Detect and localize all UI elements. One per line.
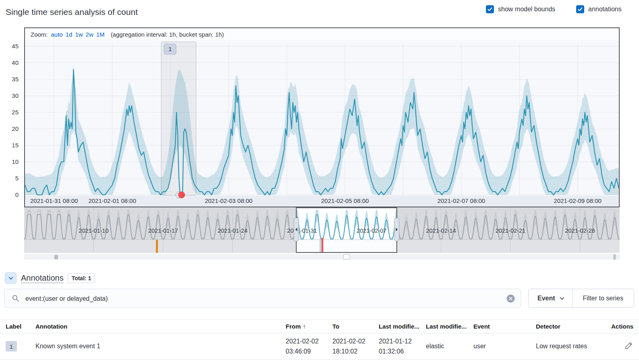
brush-handle-left[interactable] bbox=[294, 218, 299, 241]
aggregation-info: (aggregation interval: 1h, bucket span: … bbox=[111, 31, 224, 38]
clear-search-button[interactable] bbox=[506, 294, 515, 303]
y-axis-label: 5 bbox=[1, 174, 19, 182]
pencil-icon bbox=[625, 342, 633, 350]
filter-to-series-button[interactable]: Filter to series bbox=[572, 289, 634, 307]
last-modified-date: 2021-01-12 bbox=[379, 338, 412, 345]
y-axis-label: 0 bbox=[1, 191, 19, 199]
y-axis-label: 40 bbox=[1, 59, 19, 67]
context-date-label: 2021-02-28 bbox=[565, 228, 595, 234]
annotations-label: annotations bbox=[588, 6, 622, 13]
y-axis-label: 15 bbox=[1, 141, 19, 149]
table-header-row: Label Annotation From↑ To Last modifie..… bbox=[0, 319, 639, 333]
column-header-annotation[interactable]: Annotation bbox=[35, 323, 286, 330]
zoom-link-1w[interactable]: 1w bbox=[75, 31, 83, 38]
chevron-down-icon bbox=[559, 296, 565, 301]
context-chart[interactable]: 2021-01-102021-01-172021-01-242021-01-31… bbox=[24, 207, 620, 260]
sort-ascending-icon: ↑ bbox=[303, 323, 306, 330]
svg-text:1: 1 bbox=[168, 46, 172, 52]
y-axis-label: 45 bbox=[1, 42, 19, 50]
detector-cell: Low request rates bbox=[536, 343, 603, 350]
chevron-down-icon bbox=[8, 275, 14, 281]
column-header-to[interactable]: To bbox=[332, 323, 379, 330]
column-header-from[interactable]: From↑ bbox=[286, 323, 332, 330]
context-date-label: 2021-01-17 bbox=[148, 228, 178, 234]
x-axis-label: 2021-02-01 08:00 bbox=[88, 197, 136, 204]
from-date: 2021-02-02 bbox=[286, 338, 319, 345]
column-header-from-label: From bbox=[286, 323, 301, 330]
anomaly-marker[interactable] bbox=[178, 192, 185, 199]
context-date-label: 2021-02-14 bbox=[426, 228, 456, 234]
scrollbar-handle[interactable] bbox=[613, 254, 616, 260]
to-time: 18:10:02 bbox=[332, 348, 357, 355]
total-badge: Total: 1 bbox=[68, 273, 95, 283]
brush-handle-right[interactable] bbox=[394, 218, 399, 241]
annotations-header: Annotations Total: 1 bbox=[5, 272, 95, 284]
annotations-checkbox[interactable] bbox=[576, 5, 584, 13]
context-date-label: 2021-01-24 bbox=[218, 228, 247, 234]
edit-annotation-button[interactable] bbox=[624, 341, 633, 352]
annotations-heading: Annotations bbox=[21, 273, 64, 283]
from-cell: 2021-02-0203:46:09 bbox=[286, 336, 332, 356]
annotations-option: annotations bbox=[576, 5, 622, 13]
search-icon bbox=[12, 294, 20, 302]
y-axis-label: 35 bbox=[1, 75, 19, 83]
column-header-last-modified-date[interactable]: Last modifie... bbox=[379, 323, 426, 330]
scrollbar-handle[interactable] bbox=[54, 255, 58, 259]
brush-scroll-thumb[interactable] bbox=[343, 254, 350, 259]
close-icon bbox=[506, 294, 515, 303]
show-model-bounds-label: show model bounds bbox=[498, 6, 555, 13]
column-header-last-modified-by[interactable]: Last modifie... bbox=[426, 323, 473, 330]
page-title: Single time series analysis of count bbox=[6, 7, 138, 17]
table-row: 1 Known system event 1 2021-02-0203:46:0… bbox=[0, 333, 639, 360]
event-dropdown-label: Event bbox=[537, 295, 555, 302]
focus-chart[interactable]: 2021-01-31 08:002021-02-01 08:002021-02-… bbox=[25, 40, 619, 207]
zoom-link-2w[interactable]: 2w bbox=[86, 31, 93, 38]
x-axis-label: 2021-02-05 08:00 bbox=[321, 197, 369, 204]
zoom-link-1d[interactable]: 1d bbox=[66, 31, 73, 38]
last-modified-date-cell: 2021-01-1201:32:06 bbox=[379, 336, 426, 356]
to-date: 2021-02-02 bbox=[332, 338, 365, 345]
column-header-actions: Actions bbox=[603, 323, 633, 330]
x-axis-label: 2021-02-09 08:00 bbox=[554, 197, 601, 204]
context-date-label: 2021-02-07 bbox=[357, 228, 386, 234]
event-cell: user bbox=[473, 343, 536, 350]
y-axis-label: 30 bbox=[1, 92, 19, 100]
zoom-link-auto[interactable]: auto bbox=[51, 31, 63, 38]
context-annotation-marker-blue[interactable] bbox=[320, 238, 321, 253]
context-date-label: 2021-01-10 bbox=[79, 228, 108, 234]
y-axis-labels: 051015202530354045 bbox=[0, 27, 21, 207]
x-axis-label: 2021-02-07 08:00 bbox=[438, 197, 485, 204]
annotation-text-cell: Known system event 1 bbox=[35, 343, 286, 350]
checkmark-icon bbox=[487, 6, 493, 12]
y-axis-label: 20 bbox=[1, 125, 19, 133]
context-date-label: 2021-02-21 bbox=[496, 228, 525, 234]
context-annotation-marker-orange[interactable] bbox=[156, 240, 158, 253]
filter-button-group: Event Filter to series bbox=[528, 289, 634, 308]
single-metric-viewer: Single time series analysis of count sho… bbox=[0, 0, 639, 364]
column-header-detector[interactable]: Detector bbox=[536, 323, 603, 330]
column-header-label[interactable]: Label bbox=[6, 323, 35, 330]
x-axis-label: 2021-02-03 08:00 bbox=[205, 197, 252, 204]
event-dropdown-button[interactable]: Event bbox=[529, 289, 572, 307]
annotations-table: Label Annotation From↑ To Last modifie..… bbox=[0, 319, 639, 360]
context-annotation-marker-red[interactable] bbox=[322, 238, 324, 253]
annotations-search bbox=[4, 289, 521, 308]
zoom-link-1M[interactable]: 1M bbox=[96, 31, 105, 38]
checkmark-icon bbox=[577, 6, 583, 12]
show-model-bounds-option: show model bounds bbox=[486, 5, 555, 13]
collapse-annotations-button[interactable] bbox=[5, 272, 17, 284]
y-axis-label: 10 bbox=[1, 158, 19, 166]
last-modified-by-cell: elastic bbox=[426, 343, 473, 350]
annotations-search-input[interactable] bbox=[25, 290, 502, 308]
last-modified-time: 01:32:06 bbox=[379, 348, 404, 355]
from-time: 03:46:09 bbox=[286, 348, 311, 355]
column-header-event[interactable]: Event bbox=[473, 323, 536, 330]
zoom-label: Zoom: bbox=[31, 31, 48, 38]
show-model-bounds-checkbox[interactable] bbox=[486, 5, 494, 13]
annotation-label-badge: 1 bbox=[6, 341, 17, 352]
focus-chart-panel: Zoom:auto1d1w2w1M(aggregation interval: … bbox=[24, 27, 620, 207]
annotations-toolbar: Event Filter to series bbox=[4, 289, 635, 308]
context-date-label: 2021-01-31 bbox=[287, 228, 317, 234]
x-axis-label: 2021-01-31 08:00 bbox=[30, 197, 78, 204]
y-axis-label: 25 bbox=[1, 108, 19, 116]
